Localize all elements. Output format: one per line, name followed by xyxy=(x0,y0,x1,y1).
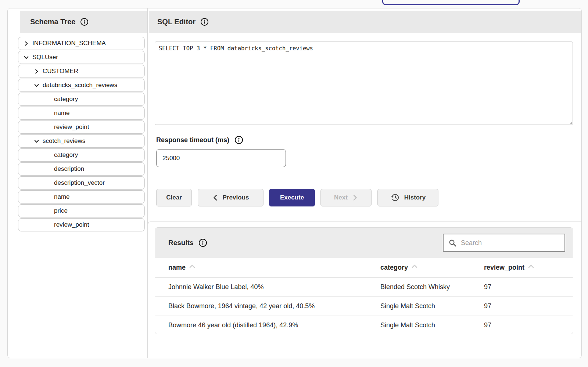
sql-editor-header: SQL Editor xyxy=(149,11,581,33)
schema-tree-header: Schema Tree xyxy=(20,11,147,33)
chevron-down-icon xyxy=(24,55,29,60)
cell-category: Blended Scotch Whisky xyxy=(380,283,484,291)
tree-item-information-schema[interactable]: INFORMATION_SCHEMA xyxy=(18,37,145,50)
results-section: Results xyxy=(148,222,581,358)
app-container: Schema Tree INFORMATION_SCHEMA SQLUse xyxy=(7,8,582,358)
tree-item-label: CUSTOMER xyxy=(43,68,78,75)
column-header-label: category xyxy=(380,264,408,271)
tree-item-label: category xyxy=(54,96,78,103)
execute-button[interactable]: Execute xyxy=(269,189,315,206)
tree-item-label: INFORMATION_SCHEMA xyxy=(32,40,106,47)
cell-category: Single Malt Scotch xyxy=(380,302,484,310)
cell-review-point: 97 xyxy=(484,302,573,310)
column-header-label: name xyxy=(168,264,186,271)
tree-item-label: scotch_reviews xyxy=(43,137,85,145)
tree-item-sqluser[interactable]: SQLUser xyxy=(18,51,145,64)
info-icon[interactable] xyxy=(200,18,209,26)
column-header-review-point[interactable]: review_point xyxy=(484,264,573,271)
previous-button[interactable]: Previous xyxy=(198,189,263,206)
results-search-input[interactable] xyxy=(461,239,560,247)
execute-button-label: Execute xyxy=(280,194,304,201)
response-timeout-text: Response timeout (ms) xyxy=(156,136,229,144)
tree-item-label: review_point xyxy=(54,221,89,229)
tree-item-scotch-reviews[interactable]: scotch_reviews xyxy=(18,134,145,148)
sort-caret-icon xyxy=(528,264,534,268)
tree-item-label: SQLUser xyxy=(32,54,58,61)
chevron-right-icon xyxy=(24,41,29,46)
chevron-left-icon xyxy=(212,194,218,201)
cell-review-point: 97 xyxy=(484,283,573,291)
chevron-right-icon xyxy=(352,194,358,201)
top-cutoff-control[interactable] xyxy=(382,0,520,5)
info-icon[interactable] xyxy=(80,18,89,26)
sql-editor-area: SQL Editor SELECT TOP 3 * FROM databrick… xyxy=(148,8,581,358)
table-row: Black Bowmore, 1964 vintage, 42 year old… xyxy=(155,296,573,316)
cell-category: Single Malt Scotch xyxy=(380,321,484,329)
schema-tree: INFORMATION_SCHEMA SQLUser CUSTOMER data… xyxy=(18,37,145,232)
results-title-text: Results xyxy=(168,239,194,247)
search-icon xyxy=(448,239,457,247)
tree-item-column[interactable]: name xyxy=(18,190,145,204)
tree-item-column[interactable]: description xyxy=(18,162,145,176)
results-table-header: name category review_point xyxy=(155,258,573,277)
tree-item-column[interactable]: review_point xyxy=(18,218,145,231)
response-timeout-input[interactable] xyxy=(156,149,286,167)
cell-name: Johnnie Walker Blue Label, 40% xyxy=(168,283,380,291)
next-button[interactable]: Next xyxy=(320,189,372,206)
info-icon[interactable] xyxy=(234,136,243,144)
tree-item-databricks-scotch-reviews[interactable]: databricks_scotch_reviews xyxy=(18,79,145,92)
history-button-label: History xyxy=(404,194,426,201)
tree-item-column[interactable]: review_point xyxy=(18,120,145,134)
tree-item-column[interactable]: category xyxy=(18,148,145,162)
results-search-box xyxy=(443,234,565,252)
history-clock-icon xyxy=(390,193,400,202)
tree-item-label: description xyxy=(54,165,84,173)
cell-name: Black Bowmore, 1964 vintage, 42 year old… xyxy=(168,302,380,310)
sort-caret-icon xyxy=(189,264,195,268)
tree-item-label: category xyxy=(54,151,78,159)
clear-button[interactable]: Clear xyxy=(156,189,192,206)
column-header-name[interactable]: name xyxy=(168,264,380,271)
tree-item-column[interactable]: name xyxy=(18,107,145,120)
chevron-down-icon xyxy=(34,83,39,88)
history-button[interactable]: History xyxy=(377,189,438,206)
next-button-label: Next xyxy=(334,194,348,201)
tree-item-label: price xyxy=(54,207,68,215)
page: Schema Tree INFORMATION_SCHEMA SQLUse xyxy=(0,0,588,367)
tree-item-customer[interactable]: CUSTOMER xyxy=(18,65,145,78)
previous-button-label: Previous xyxy=(223,194,249,201)
column-header-category[interactable]: category xyxy=(380,264,484,271)
results-title: Results xyxy=(168,238,207,247)
table-row: Bowmore 46 year old (distilled 1964), 42… xyxy=(155,316,573,334)
clear-button-label: Clear xyxy=(166,194,182,201)
sql-query-input[interactable]: SELECT TOP 3 * FROM databricks_scotch_re… xyxy=(155,42,573,125)
sql-editor-title: SQL Editor xyxy=(157,18,196,26)
info-icon[interactable] xyxy=(198,238,207,247)
cell-name: Bowmore 46 year old (distilled 1964), 42… xyxy=(168,321,380,329)
tree-item-label: review_point xyxy=(54,123,89,131)
schema-tree-panel: Schema Tree INFORMATION_SCHEMA SQLUse xyxy=(8,8,148,358)
tree-item-label: name xyxy=(54,109,70,117)
column-header-label: review_point xyxy=(484,264,524,271)
results-card: Results xyxy=(155,227,573,334)
sort-caret-icon xyxy=(412,264,417,268)
response-timeout-label: Response timeout (ms) xyxy=(156,136,243,144)
results-header: Results xyxy=(155,228,573,258)
chevron-down-icon xyxy=(34,138,39,144)
cell-review-point: 97 xyxy=(484,321,573,329)
tree-item-label: name xyxy=(54,193,70,201)
tree-item-column[interactable]: category xyxy=(18,93,145,106)
tree-item-column[interactable]: description_vector xyxy=(18,176,145,190)
table-row: Johnnie Walker Blue Label, 40% Blended S… xyxy=(155,277,573,296)
tree-item-label: databricks_scotch_reviews xyxy=(43,82,117,89)
tree-item-label: description_vector xyxy=(54,179,105,187)
chevron-right-icon xyxy=(34,69,39,74)
schema-tree-title: Schema Tree xyxy=(30,18,75,26)
tree-item-column[interactable]: price xyxy=(18,204,145,217)
